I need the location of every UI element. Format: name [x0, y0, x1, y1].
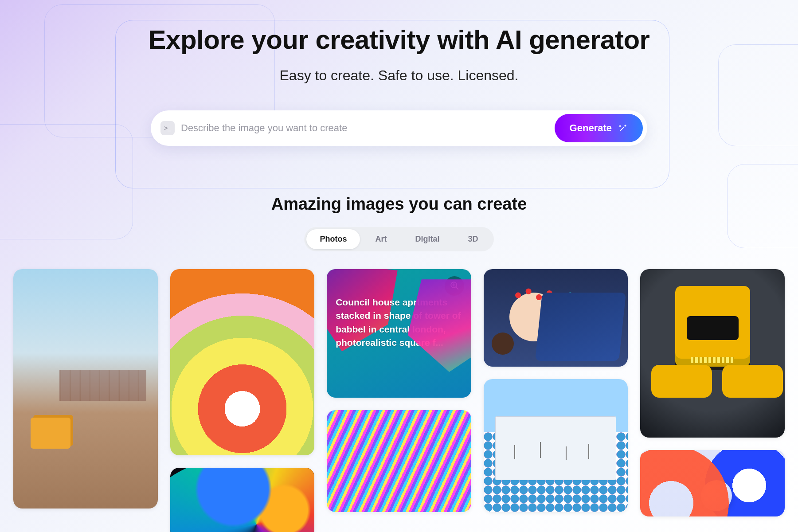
- svg-line-1: [456, 287, 458, 289]
- tab-photos[interactable]: Photos: [306, 229, 360, 249]
- grid-column: Council house aprtments stacked in shape…: [327, 269, 471, 512]
- svg-point-0: [451, 282, 457, 288]
- hero-section: Explore your creativity with AI generato…: [0, 0, 798, 146]
- thumbnail-building-scales: [484, 379, 628, 512]
- generate-button[interactable]: Generate: [555, 114, 643, 142]
- thumbnail-sleeping-character: [484, 269, 628, 367]
- tab-digital[interactable]: Digital: [402, 229, 453, 249]
- prompt-bar: >_ Generate: [151, 110, 647, 146]
- thumbnail-3d-shapes: [640, 450, 785, 516]
- gallery-card[interactable]: [484, 379, 628, 512]
- prompt-input[interactable]: [181, 122, 548, 134]
- image-grid: Council house aprtments stacked in shape…: [13, 269, 785, 532]
- gallery-card[interactable]: [327, 410, 471, 512]
- gallery-card[interactable]: [170, 269, 315, 455]
- gallery-card[interactable]: [13, 269, 158, 509]
- grid-column: [640, 269, 785, 516]
- gallery-card[interactable]: [640, 269, 785, 438]
- grid-column: [13, 269, 158, 509]
- thumbnail-construction-site: [13, 269, 158, 509]
- gallery-heading: Amazing images you can create: [0, 195, 798, 214]
- zoom-button[interactable]: [445, 276, 464, 296]
- category-tabs: Photos Art Digital 3D: [304, 227, 493, 251]
- hero-title: Explore your creativity with AI generato…: [0, 24, 798, 55]
- gallery-section: Amazing images you can create Photos Art…: [0, 195, 798, 532]
- gallery-card[interactable]: [484, 269, 628, 367]
- gallery-card[interactable]: [640, 450, 785, 516]
- grid-column: [170, 269, 315, 532]
- thumbnail-yellow-robot: [640, 269, 785, 438]
- prompt-icon: >_: [160, 121, 175, 135]
- sparkle-icon: [618, 123, 628, 133]
- thumbnail-fluid-planet: [170, 468, 315, 532]
- prompt-caption: Council house aprtments stacked in shape…: [336, 296, 462, 350]
- gallery-card-hovered[interactable]: Council house aprtments stacked in shape…: [327, 269, 471, 398]
- generate-button-label: Generate: [570, 122, 612, 134]
- gallery-card[interactable]: [170, 468, 315, 532]
- thumbnail-rainbow-arcs: [170, 269, 315, 455]
- tab-art[interactable]: Art: [362, 229, 400, 249]
- magnify-plus-icon: [450, 281, 459, 292]
- tab-3d[interactable]: 3D: [455, 229, 492, 249]
- hero-subtitle: Easy to create. Safe to use. Licensed.: [0, 67, 798, 84]
- grid-column: [484, 269, 628, 512]
- thumbnail-iridescent-waves: [327, 410, 471, 512]
